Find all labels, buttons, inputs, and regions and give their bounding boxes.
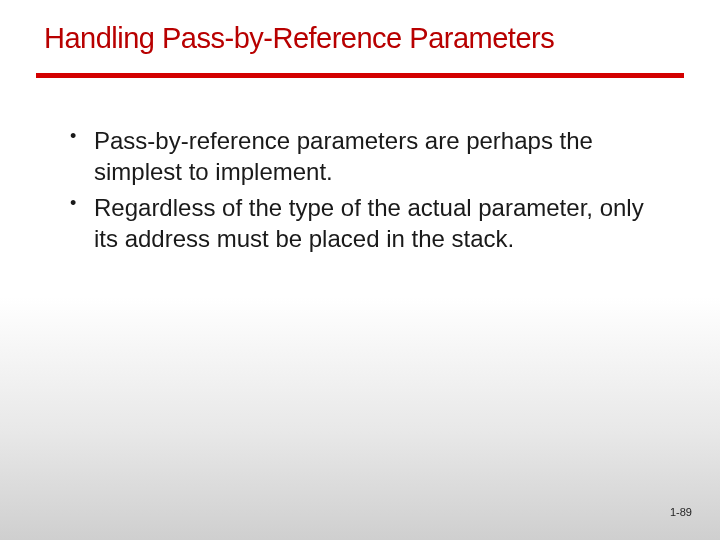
slide-body: Pass-by-reference parameters are perhaps…: [0, 78, 720, 255]
list-item: Pass-by-reference parameters are perhaps…: [70, 126, 664, 187]
list-item: Regardless of the type of the actual par…: [70, 193, 664, 254]
bullet-list: Pass-by-reference parameters are perhaps…: [70, 126, 664, 255]
page-number: 1-89: [670, 506, 692, 518]
slide-title: Handling Pass-by-Reference Parameters: [0, 0, 720, 73]
slide: Handling Pass-by-Reference Parameters Pa…: [0, 0, 720, 540]
